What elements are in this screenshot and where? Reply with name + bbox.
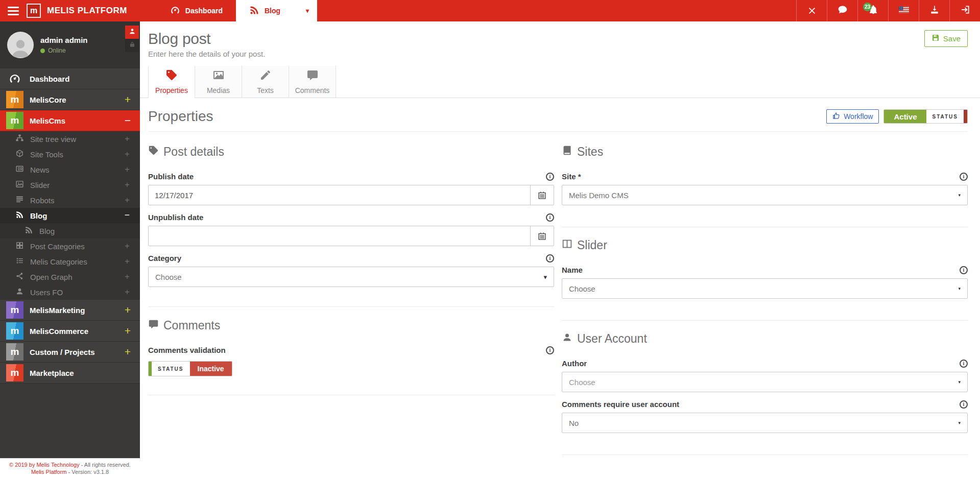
sidebar-item-blog-child[interactable]: Blog [0, 223, 140, 238]
comments-require-select[interactable]: No ▾ [562, 413, 968, 433]
sidebar-item-robots[interactable]: Robots+ [0, 193, 140, 208]
save-button[interactable]: Save [924, 30, 968, 47]
slider-name-field: Name i Choose ▾ [562, 266, 968, 299]
expand-icon[interactable]: + [125, 304, 134, 316]
profile-button[interactable] [125, 26, 139, 39]
sidebar-item-post-categories[interactable]: Post Categories+ [0, 238, 140, 254]
comments-heading: Comments [148, 319, 554, 332]
info-icon[interactable]: i [960, 266, 968, 274]
user-account-heading: User Account [562, 332, 968, 346]
sidebar-footer: © 2019 by Melis Technology - All rights … [0, 458, 140, 478]
divider [148, 395, 554, 395]
sidebar-item-news[interactable]: News+ [0, 162, 140, 177]
sidebar-item-melis-categories[interactable]: Melis Categories+ [0, 254, 140, 269]
divider [562, 455, 968, 455]
expand-icon[interactable]: + [125, 149, 134, 159]
sidebar-item-meliscore[interactable]: m MelisCore + [0, 89, 140, 110]
publish-date-label: Publish date [148, 172, 194, 181]
topbar-tab-blog[interactable]: Blog ▾ [236, 0, 317, 21]
calendar-icon[interactable] [530, 185, 554, 205]
site-label: Site * [562, 172, 581, 181]
comments-validation-toggle[interactable]: STATUS Inactive [148, 361, 232, 376]
sidebar-item-site-tools[interactable]: Site Tools+ [0, 147, 140, 162]
tab-texts[interactable]: Texts [242, 66, 289, 98]
pencil-icon [259, 69, 272, 83]
person-icon [129, 28, 136, 37]
site-select[interactable]: Melis Demo CMS ▾ [562, 185, 968, 205]
menu-toggle-button[interactable] [0, 0, 27, 21]
publish-date-field: Publish date i [148, 172, 554, 205]
sidebar-item-melismarketing[interactable]: m MelisMarketing + [0, 300, 140, 321]
info-icon[interactable]: i [960, 400, 968, 409]
tab-properties[interactable]: Properties [148, 66, 195, 98]
expand-icon[interactable]: + [125, 195, 134, 205]
sidebar-item-meliscms[interactable]: m MelisCms − [0, 110, 140, 131]
publish-date-input[interactable] [149, 185, 530, 205]
chevron-down-icon: ▾ [958, 379, 961, 385]
lock-button[interactable] [125, 39, 139, 52]
columns-icon [562, 238, 572, 252]
sidebar-item-marketplace[interactable]: m Marketplace [0, 363, 140, 384]
messages-button[interactable] [827, 0, 857, 21]
site-field: Site * i Melis Demo CMS ▾ [562, 172, 968, 205]
notification-badge: 23 [863, 3, 872, 11]
info-icon[interactable]: i [960, 173, 968, 181]
expand-icon[interactable]: + [125, 287, 134, 297]
unpublish-date-input[interactable] [149, 226, 530, 246]
left-column: Post details Publish date i Unpublish da… [148, 145, 554, 455]
sidebar-item-meliscommerce[interactable]: m MelisCommerce + [0, 321, 140, 342]
language-button[interactable] [888, 0, 919, 21]
workflow-button[interactable]: Workflow [826, 109, 879, 124]
sidebar-item-dashboard[interactable]: Dashboard [0, 68, 140, 89]
main-content: Blog post Enter here the details of your… [140, 21, 980, 478]
comments-require-field: Comments require user account i No ▾ [562, 400, 968, 433]
comments-validation-field: Comments validation i STATUS Inactive [148, 346, 554, 378]
notifications-button[interactable]: 23 [857, 0, 888, 21]
expand-icon[interactable]: + [125, 164, 134, 175]
sidebar-item-slider[interactable]: Slider+ [0, 177, 140, 193]
info-icon[interactable]: i [960, 360, 968, 368]
melismarketing-logo: m [6, 301, 23, 319]
image-icon [212, 69, 225, 83]
slider-name-select[interactable]: Choose ▾ [562, 278, 968, 299]
expand-icon[interactable]: + [125, 325, 134, 337]
sidebar-item-users-fo[interactable]: Users FO+ [0, 284, 140, 300]
status-value: Active [884, 110, 926, 123]
topbar-tab-dashboard[interactable]: Dashboard [157, 0, 236, 21]
sidebar-item-blog[interactable]: Blog− [0, 208, 140, 223]
expand-icon[interactable]: + [125, 272, 134, 282]
calendar-icon[interactable] [530, 226, 554, 246]
category-select[interactable]: Choose ▾ [148, 267, 554, 287]
expand-icon[interactable]: + [125, 346, 134, 358]
sidebar-item-open-graph[interactable]: Open Graph+ [0, 269, 140, 284]
info-icon[interactable]: i [546, 173, 554, 181]
info-icon[interactable]: i [546, 213, 554, 222]
chevron-down-icon[interactable]: ▾ [306, 7, 309, 14]
expand-icon[interactable]: + [125, 180, 134, 190]
collapse-icon[interactable]: − [125, 210, 134, 221]
expand-icon[interactable]: + [125, 256, 134, 267]
expand-icon[interactable]: + [125, 93, 134, 106]
author-select[interactable]: Choose ▾ [562, 372, 968, 392]
chevron-down-icon: ▾ [543, 273, 547, 281]
floppy-icon [931, 34, 940, 43]
marketplace-logo: m [6, 364, 23, 381]
download-button[interactable] [919, 0, 949, 21]
logout-button[interactable] [949, 0, 980, 21]
tab-medias[interactable]: Medias [195, 66, 242, 98]
image-icon [15, 180, 30, 190]
info-icon[interactable]: i [546, 254, 554, 262]
tab-comments[interactable]: Comments [289, 66, 336, 98]
melis-platform-link[interactable]: Melis Platform [31, 469, 67, 475]
melis-technology-link[interactable]: © 2019 by Melis Technology [9, 462, 80, 468]
collapse-icon[interactable]: − [125, 114, 134, 127]
sidebar-item-site-tree-view[interactable]: Site tree view+ [0, 131, 140, 147]
info-icon[interactable]: i [546, 346, 554, 354]
close-button[interactable] [796, 0, 827, 21]
category-field: Category i Choose ▾ [148, 254, 554, 287]
expand-icon[interactable]: + [125, 241, 134, 251]
sidebar-item-custom-projects[interactable]: m Custom / Projects + [0, 342, 140, 363]
status-toggle-active[interactable]: Active STATUS [883, 109, 968, 124]
expand-icon[interactable]: + [125, 134, 134, 144]
comment-icon [148, 319, 159, 332]
